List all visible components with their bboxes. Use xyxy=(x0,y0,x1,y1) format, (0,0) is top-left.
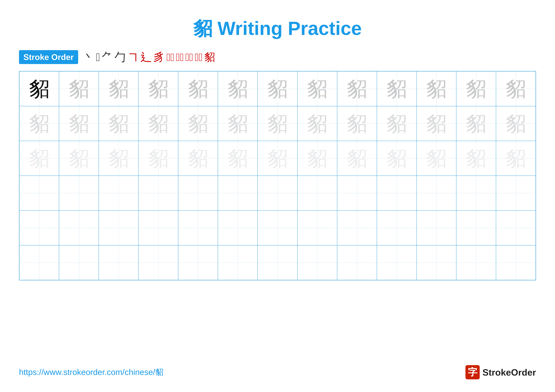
grid-cell-r2c6[interactable]: 貂 xyxy=(218,106,258,141)
grid-cell-r6c8[interactable] xyxy=(297,245,337,280)
grid-cell-r4c13[interactable] xyxy=(496,176,536,210)
grid-cell-r5c7[interactable] xyxy=(258,210,297,245)
grid-cell-r5c9[interactable] xyxy=(337,210,377,245)
grid-cell-r5c10[interactable] xyxy=(377,210,416,245)
char-guide: 貂 xyxy=(466,78,486,99)
grid-cell-r1c2[interactable]: 貂 xyxy=(59,71,99,106)
grid-cell-r4c10[interactable] xyxy=(377,176,416,210)
grid-cell-r1c3[interactable]: 貂 xyxy=(99,71,139,106)
grid-cell-r6c11[interactable] xyxy=(416,245,456,280)
footer-url: https://www.strokeorder.com/chinese/貂 xyxy=(19,367,163,378)
grid-cell-r5c13[interactable] xyxy=(496,210,536,245)
char-guide: 貂 xyxy=(347,113,367,134)
grid-cell-r1c1[interactable]: 貂 xyxy=(19,71,59,106)
grid-cell-r2c2[interactable]: 貂 xyxy=(59,106,99,141)
grid-cell-r4c2[interactable] xyxy=(59,176,99,210)
grid-cell-r2c5[interactable]: 貂 xyxy=(178,106,218,141)
grid-cell-r3c1[interactable]: 貂 xyxy=(19,141,59,176)
grid-cell-r5c1[interactable] xyxy=(19,210,59,245)
char-guide: 貂 xyxy=(386,148,407,169)
grid-cell-r6c13[interactable] xyxy=(496,245,536,280)
grid-cell-r6c6[interactable] xyxy=(218,245,258,280)
grid-cell-r4c11[interactable] xyxy=(416,176,456,210)
grid-cell-r3c12[interactable]: 貂 xyxy=(456,141,496,176)
grid-cell-r2c1[interactable]: 貂 xyxy=(19,106,59,141)
char-guide: 貂 xyxy=(505,113,526,134)
grid-cell-r2c4[interactable]: 貂 xyxy=(139,106,178,141)
grid-cell-r2c7[interactable]: 貂 xyxy=(258,106,297,141)
char-guide: 貂 xyxy=(108,148,129,169)
grid-cell-r3c3[interactable]: 貂 xyxy=(99,141,139,176)
grid-cell-r2c3[interactable]: 貂 xyxy=(99,106,139,141)
grid-cell-r3c11[interactable]: 貂 xyxy=(416,141,456,176)
grid-cell-r6c5[interactable] xyxy=(178,245,218,280)
stroke-3: ⺈ xyxy=(102,50,113,65)
grid-cell-r3c5[interactable]: 貂 xyxy=(178,141,218,176)
grid-cell-r3c4[interactable]: 貂 xyxy=(139,141,178,176)
grid-cell-r3c13[interactable]: 貂 xyxy=(496,141,536,176)
page: 貂 Writing Practice Stroke Order 丶 𠃊 ⺈ 勹 … xyxy=(0,0,555,392)
char-guide: 貂 xyxy=(426,113,447,134)
grid-cell-r4c5[interactable] xyxy=(178,176,218,210)
stroke-order-chars: 丶 𠃊 ⺈ 勹 ㇕ ⻎ 豸 貂̣ 貂̣ 貂̣ 貂̣ 貂 xyxy=(83,50,215,65)
grid-cell-r4c1[interactable] xyxy=(19,176,59,210)
grid-cell-r1c8[interactable]: 貂 xyxy=(297,71,337,106)
grid-cell-r1c7[interactable]: 貂 xyxy=(258,71,297,106)
grid-cell-r5c8[interactable] xyxy=(297,210,337,245)
grid-cell-r2c13[interactable]: 貂 xyxy=(496,106,536,141)
grid-cell-r5c6[interactable] xyxy=(218,210,258,245)
char-guide: 貂 xyxy=(227,78,248,99)
grid-cell-r1c12[interactable]: 貂 xyxy=(456,71,496,106)
grid-cell-r6c12[interactable] xyxy=(456,245,496,280)
stroke-9: 貂̣ xyxy=(176,51,184,63)
grid-cell-r6c9[interactable] xyxy=(337,245,377,280)
char-guide: 貂 xyxy=(347,78,367,99)
grid-cell-r3c6[interactable]: 貂 xyxy=(218,141,258,176)
grid-cell-r2c12[interactable]: 貂 xyxy=(456,106,496,141)
grid-cell-r1c5[interactable]: 貂 xyxy=(178,71,218,106)
char-guide: 貂 xyxy=(29,113,50,134)
grid-cell-r5c2[interactable] xyxy=(59,210,99,245)
stroke-order-badge: Stroke Order xyxy=(19,50,78,64)
grid-cell-r4c6[interactable] xyxy=(218,176,258,210)
grid-cell-r1c9[interactable]: 貂 xyxy=(337,71,377,106)
grid-cell-r4c4[interactable] xyxy=(139,176,178,210)
grid-cell-r6c1[interactable] xyxy=(19,245,59,280)
grid-cell-r5c11[interactable] xyxy=(416,210,456,245)
grid-cell-r3c9[interactable]: 貂 xyxy=(337,141,377,176)
grid-cell-r3c7[interactable]: 貂 xyxy=(258,141,297,176)
grid-cell-r6c10[interactable] xyxy=(377,245,416,280)
grid-cell-r2c11[interactable]: 貂 xyxy=(416,106,456,141)
grid-cell-r4c7[interactable] xyxy=(258,176,297,210)
grid-cell-r3c10[interactable]: 貂 xyxy=(377,141,416,176)
grid-cell-r2c9[interactable]: 貂 xyxy=(337,106,377,141)
grid-cell-r3c8[interactable]: 貂 xyxy=(297,141,337,176)
grid-cell-r6c4[interactable] xyxy=(139,245,178,280)
grid-cell-r4c8[interactable] xyxy=(297,176,337,210)
grid-cell-r5c5[interactable] xyxy=(178,210,218,245)
stroke-5: ㇕ xyxy=(128,50,139,65)
grid-cell-r1c6[interactable]: 貂 xyxy=(218,71,258,106)
footer: https://www.strokeorder.com/chinese/貂 字 … xyxy=(19,365,536,379)
grid-cell-r4c9[interactable] xyxy=(337,176,377,210)
grid-cell-r3c2[interactable]: 貂 xyxy=(59,141,99,176)
grid-cell-r4c12[interactable] xyxy=(456,176,496,210)
grid-cell-r6c2[interactable] xyxy=(59,245,99,280)
grid-cell-r1c10[interactable]: 貂 xyxy=(377,71,416,106)
grid-cell-r4c3[interactable] xyxy=(99,176,139,210)
char-guide: 貂 xyxy=(505,148,526,169)
grid-cell-r5c12[interactable] xyxy=(456,210,496,245)
char-guide: 貂 xyxy=(108,78,129,99)
grid-cell-r6c7[interactable] xyxy=(258,245,297,280)
grid-cell-r5c4[interactable] xyxy=(139,210,178,245)
grid-cell-r6c3[interactable] xyxy=(99,245,139,280)
grid-cell-r1c4[interactable]: 貂 xyxy=(139,71,178,106)
stroke-4: 勹 xyxy=(115,50,126,65)
char-guide: 貂 xyxy=(307,78,328,99)
grid-cell-r5c3[interactable] xyxy=(99,210,139,245)
grid-cell-r1c13[interactable]: 貂 xyxy=(496,71,536,106)
grid-cell-r2c10[interactable]: 貂 xyxy=(377,106,416,141)
grid-cell-r1c11[interactable]: 貂 xyxy=(416,71,456,106)
char-guide: 貂 xyxy=(69,78,89,99)
grid-cell-r2c8[interactable]: 貂 xyxy=(297,106,337,141)
